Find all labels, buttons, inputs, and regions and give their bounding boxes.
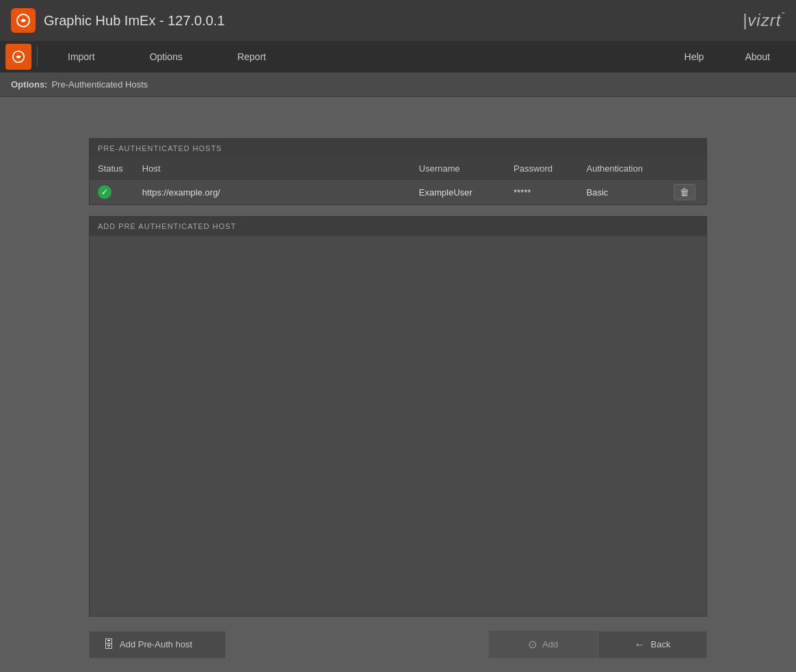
back-button[interactable]: ← Back: [598, 631, 707, 658]
hosts-section-header: PRE-AUTHENTICATED HOSTS: [90, 139, 706, 158]
hosts-section: PRE-AUTHENTICATED HOSTS Status Host User…: [89, 138, 707, 205]
table-header-row: Status Host Username Password Authentica…: [90, 158, 706, 180]
menu-bar: Import Options Report Help About: [0, 41, 796, 72]
app-icon: [11, 8, 36, 33]
menu-about[interactable]: About: [724, 46, 791, 68]
add-button[interactable]: ⊙ Add: [488, 630, 598, 658]
col-header-action: [665, 158, 706, 180]
buttons-row: 🗄 Add Pre-Auth host ⊙ Add ← Back: [89, 630, 707, 658]
menu-help[interactable]: Help: [664, 46, 725, 68]
col-header-status: Status: [90, 158, 134, 180]
breadcrumb-value: Pre-Authenticated Hosts: [51, 79, 148, 90]
main-content: PRE-AUTHENTICATED HOSTS Status Host User…: [0, 97, 796, 672]
menu-report[interactable]: Report: [210, 46, 293, 68]
vizrt-logo: |vizrtˆ: [743, 11, 785, 30]
row-host: https://example.org/: [134, 180, 411, 205]
row-action[interactable]: 🗑: [665, 180, 706, 205]
add-section: ADD PRE AUTHENTICATED HOST: [89, 216, 707, 617]
row-password: *****: [505, 180, 579, 205]
menu-separator: [37, 46, 38, 67]
add-preauth-button[interactable]: 🗄 Add Pre-Auth host: [89, 631, 226, 658]
app-title: Graphic Hub ImEx - 127.0.0.1: [44, 13, 225, 29]
row-status: ✓: [90, 180, 134, 205]
status-ok-icon: ✓: [98, 185, 111, 199]
title-bar: Graphic Hub ImEx - 127.0.0.1 |vizrtˆ: [0, 0, 796, 41]
menu-app-icon: [5, 44, 31, 70]
back-label: Back: [651, 639, 671, 649]
hosts-table: Status Host Username Password Authentica…: [90, 158, 706, 204]
table-row: ✓https://example.org/ExampleUser*****Bas…: [90, 180, 706, 205]
add-section-header: ADD PRE AUTHENTICATED HOST: [90, 217, 706, 236]
col-header-host: Host: [134, 158, 411, 180]
col-header-username: Username: [411, 158, 505, 180]
add-preauth-label: Add Pre-Auth host: [120, 639, 192, 649]
delete-row-button[interactable]: 🗑: [674, 184, 695, 200]
row-authentication: Basic: [579, 180, 666, 205]
col-header-authentication: Authentication: [579, 158, 666, 180]
back-icon: ←: [635, 639, 646, 651]
hosts-table-container[interactable]: Status Host Username Password Authentica…: [90, 158, 706, 204]
add-icon: ⊙: [528, 638, 537, 651]
row-username: ExampleUser: [411, 180, 505, 205]
add-content-area: [90, 236, 706, 352]
title-bar-left: Graphic Hub ImEx - 127.0.0.1: [11, 8, 225, 33]
menu-options[interactable]: Options: [122, 46, 210, 68]
menu-items: Import Options Report Help About: [40, 46, 791, 68]
breadcrumb: Options: Pre-Authenticated Hosts: [0, 72, 796, 97]
menu-import[interactable]: Import: [40, 46, 122, 68]
col-header-password: Password: [505, 158, 579, 180]
db-icon: 🗄: [103, 639, 114, 651]
breadcrumb-label: Options:: [11, 79, 47, 90]
add-label: Add: [542, 639, 558, 649]
